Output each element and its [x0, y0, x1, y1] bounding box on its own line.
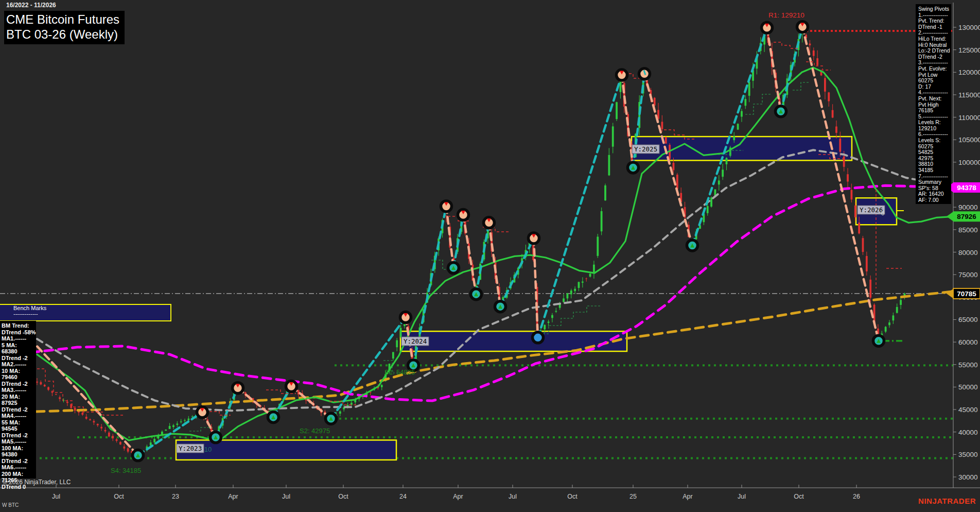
- panel-line: DTrend -2: [2, 432, 36, 439]
- swing-low-marker: [533, 332, 544, 343]
- support-level-label: S1: 54825: [384, 368, 415, 376]
- ninjatrader-logo: NINJATRADER: [918, 497, 976, 505]
- time-axis-label: 26: [853, 493, 860, 500]
- panel-line: DTrend -2: [2, 355, 36, 362]
- panel-line: Lo:-2 DTrend: [918, 48, 951, 54]
- price-axis-label: 90000: [958, 203, 978, 211]
- time-axis-label: Jul: [509, 493, 517, 500]
- panel-line: HiLo Trend:: [918, 36, 951, 42]
- panel-line: 79460: [2, 374, 36, 381]
- panel-line: DTrend -2: [2, 406, 36, 413]
- panel-line: 55 MA:: [2, 419, 36, 426]
- chart-title-line1: CME Bitcoin Futures: [6, 12, 122, 27]
- panel-line: Levels S:: [918, 138, 951, 144]
- price-axis-label: 110000: [958, 114, 980, 122]
- panel-line: Pvt. Evolve:: [918, 66, 951, 72]
- panel-line: MA5.------: [2, 438, 36, 445]
- bench-marks-header: Bench Marks-------------: [13, 305, 46, 317]
- panel-line: DTrend -2: [2, 458, 36, 465]
- time-axis-label: 24: [399, 493, 407, 500]
- chart-background: [0, 0, 980, 512]
- year-chip-label: Y:2024: [404, 337, 427, 345]
- panel-line: 10 MA:: [2, 368, 36, 374]
- support-level-label: S4: 34185: [111, 467, 141, 474]
- benchmark-year-box: Bench Marks-------------: [0, 304, 171, 321]
- price-axis-label: 40000: [958, 429, 978, 436]
- panel-line: MA2.------: [2, 361, 36, 368]
- price-tag-value: 94378: [957, 184, 976, 192]
- chart-window: S1: 54825S2: 42975S3: 38810S4: 34185R1: …: [0, 0, 980, 512]
- panel-line: Pvt. Next:: [918, 96, 951, 102]
- panel-line: MA6.------: [2, 464, 36, 471]
- resistance-level-label: R1: 129210: [768, 11, 804, 19]
- price-axis-label: 115000: [958, 91, 980, 99]
- time-axis-label: Apr: [682, 493, 692, 500]
- panel-line: 100 MA:: [2, 445, 36, 452]
- price-axis-label: 80000: [958, 249, 978, 257]
- price-axis-label: 130000: [958, 24, 980, 31]
- year-chip-label: Y:2023: [179, 445, 202, 452]
- price-axis-label: 75000: [958, 271, 978, 279]
- price-axis-label: 120000: [958, 69, 980, 76]
- year-chip-label: Y:2026: [860, 206, 883, 214]
- price-axis-label: 100000: [958, 159, 980, 166]
- price-tag-value: 70785: [957, 290, 976, 298]
- panel-line: BM Trend:: [2, 322, 36, 329]
- bench-marks-panel: BM Trend:DTrend -58%MA1.------5 MA:68380…: [0, 321, 36, 479]
- panel-line: DTrend -2: [2, 381, 36, 387]
- date-range-label: 16/2022 - 11/2026: [6, 2, 56, 9]
- price-axis-label: 55000: [958, 361, 978, 369]
- panel-line: Swing Pivots: [918, 6, 951, 12]
- chart-title-box: CME Bitcoin Futures BTC 03-26 (Weekly): [4, 11, 125, 44]
- year-chip-label: Y:2025: [634, 145, 657, 153]
- panel-line: MA3.------: [2, 387, 36, 394]
- copyright-label: © 2026 NinjaTrader, LLC: [3, 479, 71, 486]
- time-axis-label: Oct: [338, 493, 348, 500]
- time-axis-label: Oct: [794, 493, 804, 500]
- price-axis-label: 105000: [958, 136, 980, 144]
- price-axis-label: 35000: [958, 451, 978, 458]
- panel-line: -------------: [13, 311, 46, 317]
- time-axis-label: Oct: [114, 493, 124, 500]
- time-axis-label: Jul: [52, 493, 60, 500]
- time-axis-label: Jul: [282, 493, 290, 500]
- panel-line: 20 MA:: [2, 394, 36, 400]
- price-axis-label: 125000: [958, 46, 980, 54]
- panel-line: DTrend -58%: [2, 329, 36, 336]
- price-axis-label: 65000: [958, 316, 978, 323]
- price-axis-label: 45000: [958, 406, 978, 414]
- time-axis-label: Oct: [567, 493, 577, 500]
- fib-zero-label: 0: [881, 210, 884, 216]
- panel-line: 5 MA:: [2, 342, 36, 349]
- price-axis-label: 60000: [958, 338, 978, 346]
- swing-pivots-panel: Swing Pivots1.--------------Pvt. Trend:D…: [916, 4, 951, 204]
- time-axis-label: Apr: [228, 493, 238, 500]
- time-axis-label: Jul: [738, 493, 746, 500]
- panel-line: MA4.------: [2, 413, 36, 419]
- price-axis-label: 50000: [958, 383, 978, 391]
- price-tag-value: 87926: [957, 213, 976, 220]
- price-axis-label: 30000: [958, 473, 978, 481]
- panel-line: 200 MA:: [2, 471, 36, 477]
- price-axis-label: 85000: [958, 226, 978, 234]
- panel-line: 34185: [918, 167, 951, 174]
- time-axis-label: Apr: [453, 493, 463, 500]
- panel-line: 87925: [2, 400, 36, 406]
- support-level-label: S2: 42975: [300, 427, 330, 435]
- instrument-label: W BTC: [2, 502, 19, 508]
- time-axis-label: 23: [172, 493, 179, 500]
- panel-line: MA1.------: [2, 335, 36, 342]
- chart-title-line2: BTC 03-26 (Weekly): [6, 27, 122, 42]
- price-chart-canvas[interactable]: S1: 54825S2: 42975S3: 38810S4: 34185R1: …: [0, 0, 980, 512]
- panel-line: 94380: [2, 451, 36, 458]
- panel-line: AF: 7.00: [918, 197, 951, 203]
- panel-line: 76185: [918, 108, 951, 114]
- time-axis-label: 25: [629, 493, 637, 500]
- panel-line: 60275: [918, 78, 951, 84]
- panel-line: 94545: [2, 425, 36, 432]
- panel-line: 68380: [2, 348, 36, 355]
